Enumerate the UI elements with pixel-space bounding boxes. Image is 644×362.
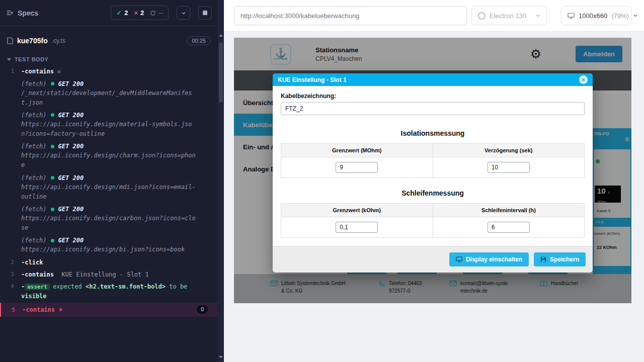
fail-cross-icon: ×	[59, 305, 62, 314]
app-under-test: ⚓ LITTWIN Stationsname CPLV4_Maschen ⚙ A…	[234, 38, 631, 303]
fetch-url: https://api.iconify.design/material-symb…	[21, 120, 198, 139]
fetch-label: (fetch)	[21, 173, 47, 183]
url-input[interactable]	[234, 6, 467, 25]
viewport-zoom: (79%)	[611, 12, 629, 20]
command-name: click	[25, 259, 43, 266]
command-row-contains-failed[interactable]: 5 -contains × 0	[0, 303, 218, 317]
log-fetch-row[interactable]: (fetch) GET 200 https://api.iconify.desi…	[0, 140, 218, 171]
save-label: Speichern	[550, 256, 579, 263]
chevron-down-icon	[181, 11, 186, 16]
fetch-status: GET 200	[58, 173, 84, 183]
gear-icon: ⚙	[57, 68, 61, 75]
failed-count: 2	[140, 9, 144, 17]
fetch-url: https://api.iconify.design/charm.json?ic…	[21, 151, 198, 170]
command-argument: KUE Einstellung - Slot 1	[61, 271, 148, 278]
passed-count: 2	[124, 9, 128, 17]
floppy-disk-icon	[540, 256, 546, 262]
collapse-button[interactable]	[177, 6, 190, 20]
display-on-button[interactable]: Display einschalten	[449, 252, 529, 266]
browser-header: Electron 130 1000x660 (79%)	[224, 0, 644, 32]
loop-col1-header: Grenzwert (kOhm)	[281, 204, 433, 217]
fetch-url: https://api.iconify.design/mdi.json?icon…	[21, 183, 198, 202]
log-count-badge: 0	[197, 305, 208, 314]
cable-name-input[interactable]	[281, 102, 585, 115]
modal-footer: Display einschalten Speichern	[273, 246, 593, 273]
log-fetch-row[interactable]: (fetch) GET 200 /_next/static/developmen…	[0, 78, 218, 109]
monitor-icon	[568, 13, 575, 19]
spec-duration-badge: 00:25	[187, 36, 211, 45]
fetch-label: (fetch)	[21, 205, 47, 214]
log-fetch-row[interactable]: (fetch) GET 200 https://api.iconify.desi…	[0, 234, 218, 256]
loop-interval-input[interactable]	[488, 222, 530, 233]
status-ok-dot-icon	[51, 113, 54, 117]
isolation-limit-input[interactable]	[336, 162, 378, 173]
command-row-contains-1[interactable]: 1 -contains⚙	[0, 65, 218, 78]
fetch-url: https://api.iconify.design/carbon.json?i…	[21, 214, 198, 233]
command-name: contains	[26, 305, 55, 314]
fetch-label: (fetch)	[21, 142, 47, 151]
fetch-status: GET 200	[58, 142, 84, 151]
command-row-assert[interactable]: 4 -assertexpected <h2.text-sm.font-bold>…	[0, 281, 218, 303]
scroll-down-arrow-icon[interactable]	[219, 356, 223, 358]
reporter-scrollbar[interactable]	[218, 0, 224, 362]
isolation-col2-header: Verzögerung (sek)	[433, 144, 585, 157]
command-log: 1 -contains⚙ (fetch) GET 200 /_next/stat…	[0, 65, 218, 317]
refresh-icon	[150, 10, 156, 16]
test-body-section-toggle[interactable]: TEST BODY	[0, 51, 218, 65]
command-number: 1	[0, 67, 21, 74]
viewport-dimensions: 1000x660	[579, 12, 607, 20]
specs-label: Specs	[18, 9, 38, 17]
stat-failed: × 2	[134, 9, 144, 17]
electron-icon	[478, 12, 486, 20]
browser-select[interactable]: Electron 130	[471, 6, 547, 25]
browser-name: Electron 130	[490, 12, 526, 20]
fetch-status: GET 200	[58, 205, 84, 214]
command-number: 3	[0, 270, 21, 278]
spec-file-row[interactable]: kue705fo.cy.ts 00:25	[0, 30, 218, 51]
modal-title: KUE Einstellung - Slot 1	[278, 76, 347, 83]
isolation-delay-input[interactable]	[488, 162, 530, 173]
loop-col2-header: Schleifenintervall (h)	[433, 204, 585, 217]
loop-section-title: Schleifenmessung	[281, 189, 585, 197]
reporter-header: Specs ✓ 2 × 2 --	[0, 0, 218, 26]
stat-pending: --	[150, 9, 163, 17]
isolation-table: Grenzwert (MOhm) Verzögerung (sek)	[281, 143, 585, 178]
command-number: 2	[0, 258, 21, 265]
specs-toggle-button[interactable]: Specs	[6, 9, 38, 17]
test-body-label: TEST BODY	[15, 56, 48, 62]
log-fetch-row[interactable]: (fetch) GET 200 https://api.iconify.desi…	[0, 172, 218, 203]
stop-button[interactable]	[198, 6, 212, 20]
command-dash: -	[22, 305, 26, 314]
assert-expected: expected	[53, 283, 82, 290]
fetch-url: /_next/static/development/_devMiddleware…	[21, 88, 198, 108]
assert-badge: assert	[25, 284, 50, 290]
assert-suffix: visible	[21, 293, 47, 300]
close-icon[interactable]: ×	[579, 75, 588, 84]
fetch-label: (fetch)	[21, 236, 47, 245]
modal-header: KUE Einstellung - Slot 1 ×	[273, 73, 593, 86]
pending-count: --	[158, 9, 163, 17]
test-stats: ✓ 2 × 2 --	[111, 6, 169, 20]
assert-target: <h2.text-sm.font-bold>	[86, 283, 166, 290]
chevron-down-icon	[535, 13, 540, 18]
specs-list-icon	[6, 9, 14, 17]
viewport-select[interactable]: 1000x660 (79%)	[561, 6, 631, 25]
save-button[interactable]: Speichern	[534, 252, 586, 266]
scrollbar-thumb[interactable]	[219, 42, 223, 103]
scroll-up-arrow-icon[interactable]	[219, 34, 223, 37]
display-on-label: Display einschalten	[466, 256, 522, 263]
log-fetch-row[interactable]: (fetch) GET 200 https://api.iconify.desi…	[0, 203, 218, 234]
status-ok-dot-icon	[51, 239, 54, 242]
fetch-status: GET 200	[58, 111, 84, 120]
fetch-url: https://api.iconify.design/bi.json?icons…	[21, 245, 198, 254]
command-row-contains-2[interactable]: 3 -contains KUE Einstellung - Slot 1	[0, 268, 218, 281]
cable-name-label: Kabelbezeichnung:	[281, 93, 585, 100]
check-icon: ✓	[116, 9, 122, 17]
chevron-down-icon	[633, 13, 638, 18]
command-number: 4	[0, 282, 21, 290]
command-name: contains	[25, 68, 54, 75]
status-ok-dot-icon	[51, 176, 54, 179]
log-fetch-row[interactable]: (fetch) GET 200 https://api.iconify.desi…	[0, 109, 218, 140]
command-row-click[interactable]: 2 -click	[0, 256, 218, 268]
loop-limit-input[interactable]	[336, 222, 378, 233]
